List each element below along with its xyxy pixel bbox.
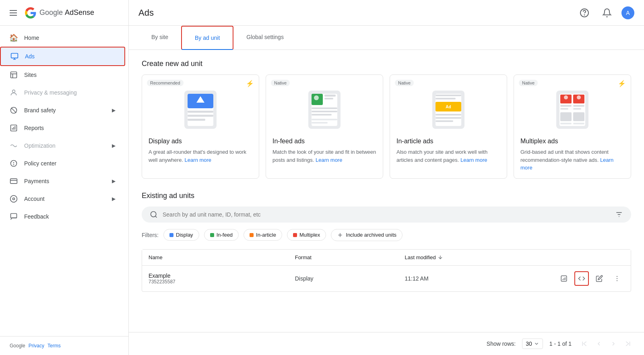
first-page-button[interactable] (578, 337, 591, 350)
column-last-modified[interactable]: Last modified (405, 254, 551, 260)
svg-point-61 (151, 211, 156, 217)
notifications-button[interactable] (599, 5, 615, 21)
app-name: Google AdSense (39, 8, 94, 17)
svg-rect-36 (312, 119, 337, 120)
content-area: By site By ad unit Global settings Creat… (129, 26, 644, 332)
hamburger-menu[interactable] (6, 7, 20, 19)
svg-point-19 (584, 14, 585, 15)
more-options-button[interactable] (610, 271, 624, 286)
sidebar: Google AdSense 🏠 Home Ads Sites (0, 0, 129, 355)
svg-rect-25 (188, 115, 213, 117)
row-actions (551, 271, 624, 286)
svg-rect-34 (312, 111, 337, 112)
notifications-icon (602, 8, 612, 18)
archived-label: Include archived units (346, 232, 396, 238)
account-icon (10, 195, 18, 203)
tabs-bar: By site By ad unit Global settings (129, 26, 644, 50)
chart-icon (560, 275, 568, 282)
filters-label: Filters: (142, 232, 159, 238)
filter-in-article-label: In-article (256, 232, 276, 238)
sidebar-item-label: Sites (24, 72, 37, 78)
tab-by-site[interactable]: By site (138, 26, 181, 50)
sidebar-item-account[interactable]: Account ▶ (0, 190, 125, 208)
help-button[interactable] (576, 5, 592, 21)
sidebar-item-privacy: Privacy & messaging (0, 84, 125, 101)
help-icon (580, 8, 589, 18)
filter-in-article[interactable]: In-article (244, 229, 282, 241)
rows-per-page-select[interactable]: 30 (522, 338, 543, 349)
sidebar-item-label: Reports (24, 125, 44, 131)
sidebar-item-reports[interactable]: Reports (0, 119, 125, 137)
multiplex-learn-more[interactable]: Learn more (520, 157, 613, 171)
page-info: 1 - 1 of 1 (549, 341, 572, 347)
cell-actions (551, 271, 624, 286)
svg-line-6 (11, 108, 17, 113)
display-ads-card[interactable]: Recommended ⚡ (142, 74, 259, 179)
column-format: Format (295, 254, 405, 260)
sidebar-item-feedback[interactable]: Feedback (0, 208, 125, 225)
last-page-button[interactable] (621, 337, 634, 350)
filter-in-feed-label: In-feed (217, 232, 233, 238)
svg-rect-0 (11, 54, 18, 58)
filter-display[interactable]: Display (163, 229, 199, 241)
privacy-link[interactable]: Privacy (29, 343, 44, 349)
multiplex-ad-illustration (520, 85, 624, 133)
sidebar-item-sites[interactable]: Sites (0, 66, 125, 84)
svg-text:Ad: Ad (446, 105, 451, 109)
svg-rect-33 (312, 107, 337, 109)
terms-link[interactable]: Terms (47, 343, 61, 349)
sidebar-item-payments[interactable]: Payments ▶ (0, 172, 125, 190)
sidebar-item-ads[interactable]: Ads (0, 47, 125, 66)
sidebar-item-policy[interactable]: Policy center (0, 155, 125, 172)
search-input[interactable] (163, 211, 610, 218)
filter-in-feed[interactable]: In-feed (204, 229, 239, 241)
last-page-icon (625, 341, 631, 347)
lightning-icon-multiplex: ⚡ (618, 80, 626, 87)
svg-rect-53 (560, 105, 572, 107)
ads-icon (10, 52, 19, 60)
chart-action-button[interactable] (557, 271, 571, 286)
multiplex-ads-card[interactable]: Native ⚡ (514, 74, 631, 179)
sidebar-header: Google AdSense (0, 0, 128, 26)
edit-icon (596, 275, 603, 282)
sidebar-item-label: Optimization (24, 142, 56, 149)
in-article-ads-card[interactable]: Native Ad (390, 74, 507, 179)
in-feed-ads-card[interactable]: Native (266, 74, 383, 179)
privacy-icon (10, 89, 18, 97)
sidebar-item-label: Brand safety (24, 107, 56, 114)
include-archived-button[interactable]: Include archived units (331, 229, 402, 241)
tab-global-settings[interactable]: Global settings (233, 26, 297, 50)
card-badge-multiplex: Native (519, 80, 538, 86)
page-navigation (578, 337, 634, 350)
display-learn-more[interactable]: Learn more (185, 157, 211, 163)
column-name: Name (149, 254, 295, 260)
display-card-title: Display ads (149, 138, 252, 145)
svg-rect-14 (10, 179, 17, 184)
prev-page-icon (596, 341, 602, 347)
avatar[interactable]: A (621, 6, 634, 19)
expand-icon: ▶ (112, 196, 116, 202)
policy-icon (10, 159, 18, 167)
sidebar-item-brand-safety[interactable]: Brand safety ▶ (0, 101, 125, 119)
table-header: Name Format Last modified (142, 250, 631, 266)
filter-icon[interactable] (615, 211, 623, 219)
chevron-down-icon (534, 341, 539, 347)
next-page-button[interactable] (607, 337, 620, 350)
svg-point-75 (617, 280, 617, 281)
get-code-button[interactable] (574, 271, 589, 286)
card-badge-inarticle: Native (395, 80, 414, 86)
expand-icon: ▶ (112, 178, 116, 184)
filter-multiplex[interactable]: Multiplex (287, 229, 326, 241)
edit-button[interactable] (592, 271, 607, 286)
cell-format: Display (295, 275, 405, 282)
tab-by-ad-unit[interactable]: By ad unit (181, 26, 233, 50)
in-article-learn-more[interactable]: Learn more (460, 157, 487, 163)
display-card-desc: A great all-rounder that's designed to w… (149, 148, 252, 164)
search-icon (150, 211, 158, 219)
sidebar-item-home[interactable]: 🏠 Home (0, 29, 125, 47)
prev-page-button[interactable] (592, 337, 605, 350)
in-feed-learn-more[interactable]: Learn more (316, 157, 342, 163)
svg-rect-55 (573, 105, 584, 107)
existing-section-title: Existing ad units (142, 192, 631, 200)
create-section-title: Create new ad unit (142, 60, 631, 68)
